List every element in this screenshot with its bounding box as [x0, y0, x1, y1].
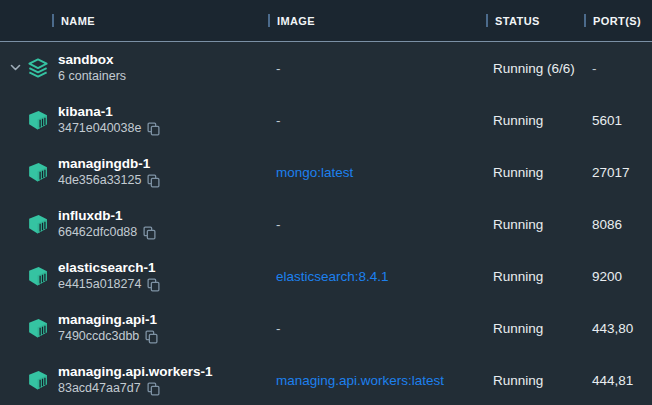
stack-icon [26, 57, 50, 80]
column-separator [584, 14, 586, 27]
status-value: Running [486, 165, 584, 180]
ports-value: 8086 [584, 217, 652, 232]
image-link[interactable]: managing.api.workers:latest [268, 373, 486, 388]
status-value: Running [486, 113, 584, 128]
status-value: Running [486, 217, 584, 232]
table-row[interactable]: kibana-1 3471e040038e - Running 5601 [0, 94, 652, 146]
ports-value: 9200 [584, 269, 652, 284]
status-value: Running [486, 373, 584, 388]
column-header-ports[interactable]: PORT(S) [584, 14, 652, 27]
container-cube-icon [26, 214, 49, 235]
column-header-name-label: NAME [61, 15, 95, 27]
image-value: - [268, 321, 486, 336]
table-body: sandbox 6 containers - Running (6/6) - [0, 42, 652, 405]
copy-icon[interactable] [143, 226, 156, 240]
container-name[interactable]: managingdb-1 [58, 155, 268, 172]
container-id: 83acd47aa7d7 [58, 380, 141, 397]
column-header-name[interactable]: NAME [52, 14, 268, 27]
containers-table: NAME IMAGE STATUS PORT(S) [0, 0, 652, 405]
column-header-image-label: IMAGE [277, 15, 315, 27]
container-name[interactable]: kibana-1 [58, 103, 268, 120]
table-row[interactable]: sandbox 6 containers - Running (6/6) - [0, 42, 652, 94]
column-separator [52, 14, 54, 27]
copy-icon[interactable] [147, 174, 160, 188]
column-header-image[interactable]: IMAGE [268, 14, 486, 27]
image-link[interactable]: elasticsearch:8.4.1 [268, 269, 486, 284]
container-id: 66462dfc0d88 [58, 224, 137, 241]
ports-value: 5601 [584, 113, 652, 128]
image-value: - [268, 217, 486, 232]
copy-icon[interactable] [145, 330, 158, 344]
table-row[interactable]: managing.api.workers-1 83acd47aa7d7 mana… [0, 354, 652, 405]
container-cube-icon [26, 318, 49, 339]
container-name[interactable]: managing.api.workers-1 [58, 363, 268, 380]
container-id: e4415a018274 [58, 276, 141, 293]
status-value: Running (6/6) [486, 61, 584, 76]
column-header-ports-label: PORT(S) [593, 15, 641, 27]
container-id: 4de356a33125 [58, 172, 141, 189]
container-id: 7490ccdc3dbb [58, 328, 139, 345]
container-name[interactable]: sandbox [58, 51, 268, 68]
container-id: 6 containers [58, 68, 126, 85]
column-header-status-label: STATUS [495, 15, 540, 27]
column-separator [268, 14, 270, 27]
table-row[interactable]: elasticsearch-1 e4415a018274 elasticsear… [0, 250, 652, 302]
table-header: NAME IMAGE STATUS PORT(S) [0, 0, 652, 42]
table-row[interactable]: influxdb-1 66462dfc0d88 - Running 8086 [0, 198, 652, 250]
image-value: - [268, 61, 486, 76]
container-name[interactable]: influxdb-1 [58, 207, 268, 224]
ports-value: - [584, 61, 652, 76]
container-name[interactable]: managing.api-1 [58, 311, 268, 328]
ports-value: 444,81 [584, 373, 652, 388]
container-cube-icon [26, 110, 49, 131]
container-cube-icon [26, 370, 49, 391]
column-separator [486, 14, 488, 27]
container-cube-icon [26, 162, 49, 183]
status-value: Running [486, 269, 584, 284]
image-link[interactable]: mongo:latest [268, 165, 486, 180]
chevron-down-icon[interactable] [10, 59, 21, 77]
copy-icon[interactable] [147, 278, 160, 292]
container-cube-icon [26, 266, 49, 287]
ports-value: 443,80 [584, 321, 652, 336]
container-id: 3471e040038e [58, 120, 141, 137]
image-value: - [268, 113, 486, 128]
container-name[interactable]: elasticsearch-1 [58, 259, 268, 276]
table-row[interactable]: managingdb-1 4de356a33125 mongo:latest R… [0, 146, 652, 198]
table-row[interactable]: managing.api-1 7490ccdc3dbb - Running 44… [0, 302, 652, 354]
copy-icon[interactable] [147, 122, 160, 136]
column-header-status[interactable]: STATUS [486, 14, 584, 27]
ports-value: 27017 [584, 165, 652, 180]
copy-icon[interactable] [147, 382, 160, 396]
status-value: Running [486, 321, 584, 336]
